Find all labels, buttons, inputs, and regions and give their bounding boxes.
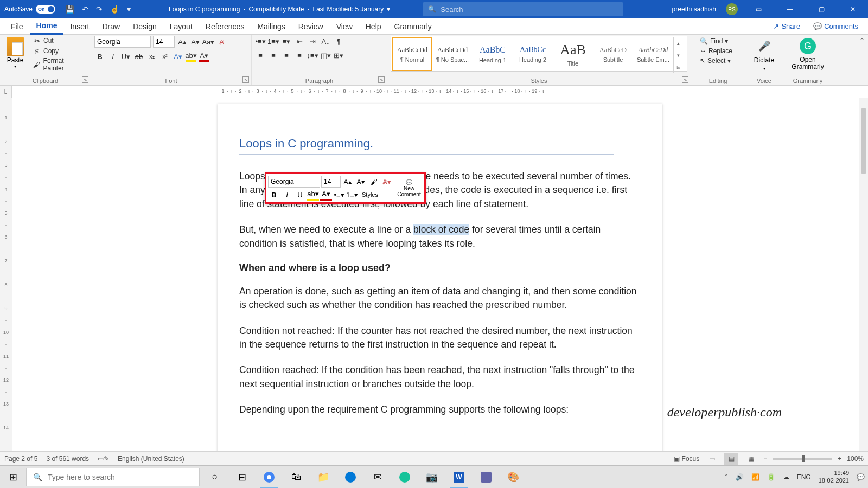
change-case-button[interactable]: Aa▾	[203, 36, 214, 47]
zoom-in[interactable]: +	[838, 455, 841, 463]
task-view-icon[interactable]: ⊟	[229, 466, 255, 489]
volume-icon[interactable]: 🔊	[736, 473, 744, 481]
status-language[interactable]: English (United States)	[118, 455, 184, 463]
status-page[interactable]: Page 2 of 5	[4, 455, 37, 463]
font-color-button[interactable]: A▾	[199, 51, 209, 62]
autosave-toggle[interactable]: AutoSave On	[0, 5, 60, 14]
bullets-button[interactable]: •≡▾	[255, 36, 266, 47]
numbering-button[interactable]: 1≡▾	[268, 36, 279, 47]
qat-more-icon[interactable]: ▾	[127, 5, 131, 14]
style-normal[interactable]: AaBbCcDd¶ Normal	[392, 37, 432, 71]
zoom-level[interactable]: 100%	[847, 455, 864, 463]
tab-design[interactable]: Design	[126, 18, 163, 35]
strike-button[interactable]: ab	[133, 51, 144, 62]
replace-button[interactable]: ↔Replace	[698, 47, 738, 55]
underline-button[interactable]: U▾	[120, 51, 131, 62]
grow-font-button[interactable]: A▴	[177, 36, 188, 47]
styles-scroll[interactable]: ▴▾⊟	[673, 37, 683, 73]
zoom-out[interactable]: −	[763, 455, 767, 463]
tab-draw[interactable]: Draw	[95, 18, 126, 35]
minimize-icon[interactable]: —	[779, 0, 801, 18]
paint-icon[interactable]: 🎨	[500, 466, 526, 489]
tab-mailings[interactable]: Mailings	[251, 18, 291, 35]
styles-launcher[interactable]: ⬊	[682, 76, 688, 83]
mini-clear-format[interactable]: A̷▾	[381, 176, 393, 188]
redo-icon[interactable]: ↷	[96, 5, 103, 14]
copy-button[interactable]: ⎘Copy	[30, 46, 87, 56]
font-size-select[interactable]	[153, 36, 175, 48]
avatar[interactable]: PS	[726, 3, 738, 15]
mini-bullets[interactable]: •≡▾	[333, 189, 345, 201]
increase-indent-button[interactable]: ⇥	[307, 36, 318, 47]
collapse-ribbon-icon[interactable]: ⌃	[859, 37, 865, 44]
print-layout-button[interactable]: ▤	[724, 453, 738, 465]
bold-button[interactable]: B	[94, 51, 105, 62]
subscript-button[interactable]: x₂	[146, 51, 157, 62]
font-launcher[interactable]: ⬊	[242, 76, 249, 83]
chevron-down-icon[interactable]: ▾	[387, 5, 390, 13]
tab-view[interactable]: View	[330, 18, 359, 35]
close-icon[interactable]: ✕	[842, 0, 864, 18]
line-spacing-button[interactable]: ↕≡▾	[307, 50, 318, 61]
search-input[interactable]	[441, 5, 618, 14]
style-subtitle[interactable]: AaBbCcDSubtitle	[593, 37, 633, 71]
style-heading1[interactable]: AaBbCHeading 1	[473, 37, 513, 71]
vertical-ruler[interactable]: ·1·2·3·4·5·6·7·8·9·10·11·12·13·14	[0, 98, 12, 463]
tab-review[interactable]: Review	[292, 18, 330, 35]
screenshot-icon[interactable]: 📷	[419, 466, 445, 489]
clear-format-button[interactable]: A̷	[216, 36, 227, 47]
horizontal-ruler[interactable]: 1 · ι · 2 · ι · 3 · ι · 4 · ι · 5 · ι · …	[12, 86, 868, 98]
word-task-icon[interactable]: W	[446, 466, 472, 489]
vertical-scrollbar[interactable]	[859, 98, 868, 463]
show-marks-button[interactable]: ¶	[333, 36, 344, 47]
notifications-icon[interactable]: 💬	[857, 473, 865, 481]
select-button[interactable]: ↖Select ▾	[698, 56, 738, 65]
tab-layout[interactable]: Layout	[163, 18, 199, 35]
style-nospacing[interactable]: AaBbCcDd¶ No Spac...	[432, 37, 473, 71]
mini-grow-font[interactable]: A▴	[342, 176, 354, 188]
grammarly-task-icon[interactable]	[392, 466, 418, 489]
onedrive-icon[interactable]: ☁	[783, 473, 789, 481]
paste-button[interactable]: Paste▾	[3, 36, 27, 73]
italic-button[interactable]: I	[107, 51, 118, 62]
open-grammarly-button[interactable]: G Open Grammarly	[787, 36, 829, 73]
mini-underline[interactable]: U	[294, 189, 306, 201]
explorer-icon[interactable]: 📁	[310, 466, 336, 489]
align-center-button[interactable]: ≡	[268, 50, 279, 61]
tab-references[interactable]: References	[199, 18, 251, 35]
cut-button[interactable]: ✂Cut	[30, 36, 87, 46]
tab-help[interactable]: Help	[359, 18, 388, 35]
style-subtle-em[interactable]: AaBbCcDdSubtle Em...	[633, 37, 673, 71]
dictate-button[interactable]: 🎤 Dictate▾	[749, 36, 780, 73]
decrease-indent-button[interactable]: ⇤	[294, 36, 305, 47]
mini-font-select[interactable]	[268, 176, 320, 188]
find-button[interactable]: 🔍Find ▾	[698, 37, 738, 46]
mini-size-select[interactable]	[321, 176, 341, 188]
align-left-button[interactable]: ≡	[255, 50, 266, 61]
teams-icon[interactable]	[473, 466, 499, 489]
mini-bold[interactable]: B	[268, 189, 280, 201]
superscript-button[interactable]: x²	[159, 51, 170, 62]
mini-new-comment[interactable]: 💬 New Comment	[393, 176, 423, 201]
paragraph-launcher[interactable]: ⬊	[378, 76, 385, 83]
store-icon[interactable]: 🛍	[283, 466, 309, 489]
styles-gallery[interactable]: AaBbCcDd¶ Normal AaBbCcDd¶ No Spac... Aa…	[391, 36, 687, 72]
font-name-select[interactable]	[94, 36, 151, 48]
focus-mode[interactable]: ▣ Focus	[674, 455, 699, 463]
multilevel-button[interactable]: ≡▾	[281, 36, 292, 47]
share-button[interactable]: ↗ Share	[768, 22, 806, 30]
shading-button[interactable]: ◫▾	[320, 50, 331, 61]
shrink-font-button[interactable]: A▾	[190, 36, 201, 47]
sort-button[interactable]: A↓	[320, 36, 331, 47]
status-words[interactable]: 3 of 561 words	[46, 455, 89, 463]
wifi-icon[interactable]: 📶	[751, 473, 760, 481]
document-page[interactable]: Loops in C programming. Loops are used w…	[218, 104, 662, 463]
zoom-slider[interactable]	[773, 458, 832, 460]
tab-insert[interactable]: Insert	[63, 18, 95, 35]
cortana-icon[interactable]: ○	[202, 466, 228, 489]
clipboard-launcher[interactable]: ⬊	[82, 76, 88, 83]
highlight-button[interactable]: ab▾	[186, 51, 196, 62]
mini-font-color[interactable]: A▾	[320, 189, 332, 201]
text-effects-button[interactable]: A▾	[173, 51, 183, 62]
tray-lang[interactable]: ENG	[797, 473, 811, 481]
